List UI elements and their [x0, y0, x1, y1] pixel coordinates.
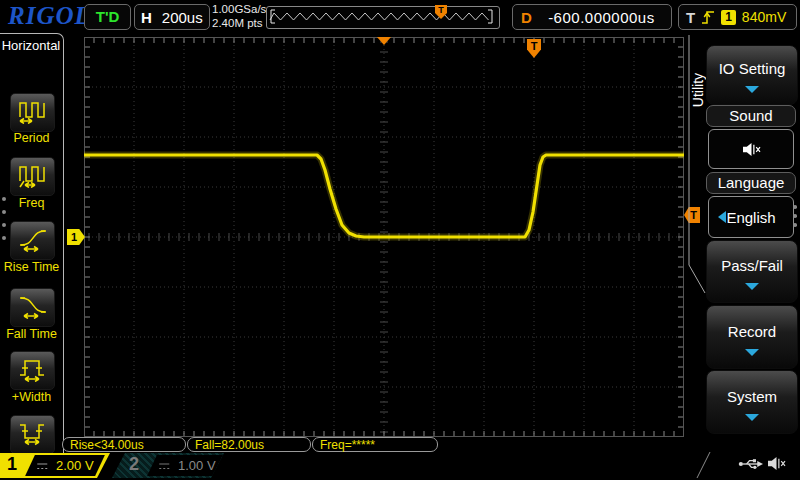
- pos-width-label: +Width: [0, 390, 63, 404]
- speaker-muted-icon: [766, 455, 787, 476]
- record-button[interactable]: Record: [706, 305, 798, 369]
- neg-width-icon: [18, 419, 48, 450]
- neg-width-button[interactable]: [10, 415, 55, 454]
- language-select[interactable]: English: [708, 196, 794, 238]
- system-label: System: [707, 388, 797, 405]
- channel-2-status[interactable]: 2 1.00 V: [112, 453, 224, 478]
- sound-title: Sound: [706, 105, 796, 127]
- trigger-info-box[interactable]: T 1 840mV: [678, 4, 797, 30]
- io-setting-button[interactable]: IO Setting: [706, 45, 798, 105]
- chevron-down-icon: [745, 414, 759, 421]
- delay-box[interactable]: D -600.000000us: [512, 4, 672, 30]
- fall-time-label: Fall Time: [0, 327, 63, 341]
- pass-fail-label: Pass/Fail: [707, 257, 797, 274]
- sample-rate: 1.00GSa/s: [212, 3, 266, 17]
- dc-coupling-icon: [158, 461, 171, 471]
- brand-logo: RIGOL: [8, 2, 91, 30]
- channel-1-number: 1: [7, 454, 17, 475]
- rise-time-icon: [18, 225, 48, 256]
- page-indicator-dot: [2, 210, 6, 214]
- page-indicator-dot: [2, 223, 6, 227]
- page-indicator-dot: [2, 236, 6, 240]
- usb-icon: [738, 457, 763, 475]
- measurement-freq: Freq=*****: [312, 437, 438, 452]
- channel-1-status[interactable]: 1 2.00 V: [0, 453, 110, 478]
- page-indicator-dot: [793, 223, 797, 227]
- left-panel-title: Horizontal: [0, 38, 62, 53]
- record-label: Record: [707, 323, 797, 340]
- channel-2-scale-box: 1.00 V: [147, 455, 223, 476]
- fall-time-icon: [18, 292, 48, 323]
- fall-time-button[interactable]: [10, 288, 55, 327]
- dc-coupling-icon: [36, 461, 49, 471]
- delay-value: -600.000000us: [548, 9, 655, 26]
- pos-width-icon: [18, 355, 48, 386]
- channel-2-number: 2: [129, 454, 139, 475]
- rising-edge-icon: [701, 9, 715, 26]
- rise-time-button[interactable]: [10, 221, 55, 260]
- chevron-down-icon: [745, 349, 759, 356]
- horizontal-scale-box[interactable]: H 200us: [134, 4, 210, 30]
- channel-2-scale: 1.00 V: [178, 458, 216, 473]
- period-label: Period: [0, 131, 63, 145]
- language-title: Language: [706, 172, 796, 194]
- channel-1-scale-box: 2.00 V: [25, 455, 105, 476]
- chevron-down-icon: [745, 283, 759, 290]
- trigger-level-value: 840mV: [742, 9, 786, 25]
- chevron-left-icon: [718, 211, 726, 223]
- freq-icon: [18, 161, 48, 192]
- oscilloscope-screen: RIGOL T'D H 200us 1.00GSa/s 2.40M pts T …: [0, 0, 800, 480]
- memory-waveform-preview: [267, 7, 497, 26]
- horizontal-label: H: [141, 9, 152, 26]
- acquisition-info: 1.00GSa/s 2.40M pts: [212, 3, 266, 30]
- trigger-status-badge: T'D: [84, 4, 131, 30]
- top-status-bar: RIGOL T'D H 200us 1.00GSa/s 2.40M pts T …: [0, 0, 800, 33]
- utility-tab-label: Utility: [690, 60, 706, 120]
- freq-label: Freq: [0, 196, 63, 210]
- rise-time-label: Rise Time: [0, 260, 63, 274]
- ch1-ground-marker[interactable]: 1: [67, 229, 85, 245]
- language-value: English: [726, 209, 775, 226]
- measurement-fall: Fall=82.00us: [187, 437, 311, 452]
- period-icon: [18, 97, 48, 128]
- trigger-source-badge: 1: [721, 10, 736, 25]
- freq-button[interactable]: [10, 157, 55, 196]
- graticule: [84, 37, 684, 437]
- timebase-value: 200us: [162, 9, 203, 26]
- pass-fail-button[interactable]: Pass/Fail: [706, 240, 798, 303]
- page-indicator-dot: [793, 214, 797, 218]
- period-button[interactable]: [10, 93, 55, 132]
- delay-label: D: [521, 9, 532, 26]
- page-indicator-dot: [793, 205, 797, 209]
- chevron-down-icon: [745, 86, 759, 93]
- speaker-muted-icon: [741, 141, 762, 158]
- system-button[interactable]: System: [706, 370, 798, 434]
- memory-depth: 2.40M pts: [212, 17, 266, 31]
- trigger-label: T: [686, 9, 695, 26]
- io-setting-label: IO Setting: [707, 60, 797, 77]
- measurement-rise: Rise<34.00us: [62, 437, 186, 452]
- status-divider: [694, 452, 716, 478]
- channel-1-scale: 2.00 V: [56, 458, 94, 473]
- sound-toggle-button[interactable]: [708, 129, 794, 169]
- pos-width-button[interactable]: [10, 351, 55, 390]
- memory-waveform-bar[interactable]: T: [266, 6, 500, 29]
- horizontal-center-indicator: [377, 37, 391, 45]
- page-indicator-dot: [2, 197, 6, 201]
